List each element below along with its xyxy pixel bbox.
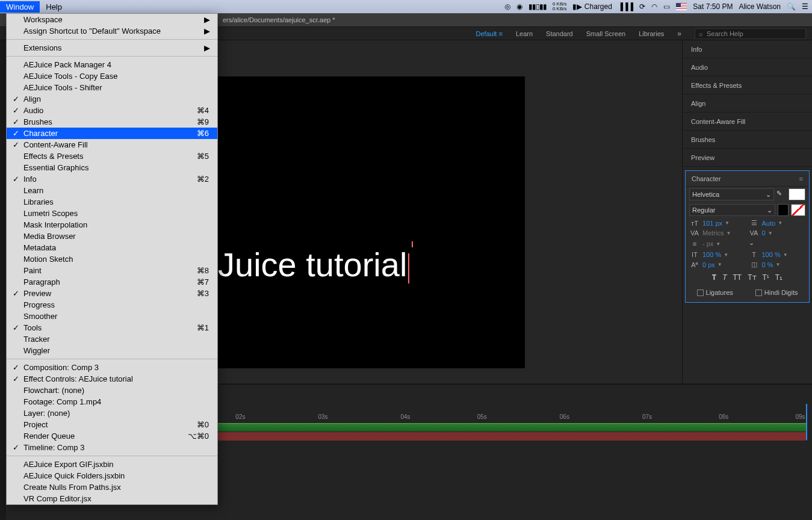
menu-item[interactable]: Metadata <box>7 242 217 253</box>
eyedropper-icon[interactable]: ✎ <box>776 190 786 199</box>
panel-info[interactable]: Info <box>683 40 812 58</box>
menu-item[interactable]: AEJuice Pack Manager 4 <box>7 59 217 70</box>
menu-item[interactable]: AEJuice Quick Folders.jsxbin <box>7 470 217 481</box>
menu-item[interactable]: ✓Tools⌘1 <box>7 322 217 333</box>
menu-item[interactable]: Tracker <box>7 333 217 345</box>
window-menu-dropdown[interactable]: Workspace▶Assign Shortcut to "Default" W… <box>6 13 218 505</box>
menu-item[interactable]: Create Nulls From Paths.jsx <box>7 481 217 493</box>
help-search[interactable]: ⌕ Search Help <box>695 28 806 39</box>
baseline-value[interactable]: 0 px <box>702 261 715 268</box>
leading-value[interactable]: Auto <box>762 220 776 227</box>
workspace-overflow-icon[interactable]: » <box>677 29 681 38</box>
menu-item[interactable]: Libraries <box>7 196 217 208</box>
user-name[interactable]: Alice Watson <box>739 2 781 11</box>
menu-item[interactable]: VR Comp Editor.jsx <box>7 493 217 504</box>
menu-item[interactable]: ✓Content-Aware Fill <box>7 139 217 150</box>
menu-item[interactable]: Footage: Comp 1.mp4 <box>7 396 217 407</box>
panel-effects[interactable]: Effects & Presets <box>683 76 812 94</box>
workspace-smallscreen[interactable]: Small Screen <box>586 30 625 37</box>
menu-item[interactable]: Flowchart: (none) <box>7 385 217 396</box>
kerning-value[interactable]: Metrics <box>702 229 724 237</box>
menu-item[interactable]: ✓Info⌘2 <box>7 173 217 185</box>
list-icon[interactable]: ☰ <box>802 2 808 11</box>
text-layer[interactable]: Juice tutorial <box>218 245 409 284</box>
smallcaps-button[interactable]: Tᴛ <box>748 273 756 282</box>
menu-item[interactable]: Paragraph⌘7 <box>7 276 217 288</box>
menu-item[interactable]: ✓Timeline: Comp 3 <box>7 442 217 453</box>
leading-icon: ☰ <box>749 219 760 227</box>
menu-item[interactable]: Effects & Presets⌘5 <box>7 150 217 162</box>
menu-item[interactable]: Mask Interpolation <box>7 219 217 231</box>
tracking-value[interactable]: 0 <box>762 229 766 237</box>
timeline-ruler[interactable]: 02s 03s 04s 05s 06s 07s 08s 09s <box>218 410 807 424</box>
menu-item[interactable]: Motion Sketch <box>7 253 217 265</box>
menu-window[interactable]: Window <box>0 1 40 13</box>
search-icon: ⌕ <box>699 30 703 37</box>
composition-canvas[interactable]: Juice tutorial <box>218 76 525 368</box>
font-style-select[interactable]: Regular⌄ <box>689 204 775 216</box>
menu-item[interactable]: Essential Graphics <box>7 162 217 173</box>
workspace-libraries[interactable]: Libraries <box>639 30 664 37</box>
font-size-value[interactable]: 101 px <box>702 220 722 227</box>
italic-button[interactable]: T <box>722 273 727 282</box>
menu-item[interactable]: Paint⌘8 <box>7 265 217 276</box>
superscript-button[interactable]: T¹ <box>763 273 769 282</box>
menu-item[interactable]: ✓Align <box>7 93 217 105</box>
workspace-default[interactable]: Default <box>476 30 503 37</box>
stroke-swatch-none[interactable] <box>791 204 805 216</box>
vscale-value[interactable]: 100 % <box>702 251 721 258</box>
menu-item[interactable]: AEJuice Tools - Copy Ease <box>7 70 217 82</box>
menu-item[interactable]: Lumetri Scopes <box>7 208 217 219</box>
panel-menu-icon[interactable]: ≡ <box>799 175 803 182</box>
menu-item[interactable]: Media Browser <box>7 231 217 242</box>
panel-align[interactable]: Align <box>683 94 812 113</box>
tracking-icon: VA <box>749 229 760 237</box>
menu-item[interactable]: ✓Preview⌘3 <box>7 288 217 299</box>
ligatures-checkbox[interactable]: Ligatures <box>697 289 733 296</box>
baseline-icon: Aª <box>689 261 700 268</box>
stroke-swatch-black[interactable] <box>778 204 789 216</box>
menu-help[interactable]: Help <box>40 1 68 13</box>
menu-item[interactable]: Layer: (none) <box>7 407 217 419</box>
menu-item[interactable]: AEJuice Tools - Shifter <box>7 82 217 93</box>
hscale-value[interactable]: 100 % <box>762 251 781 258</box>
allcaps-button[interactable]: TT <box>733 273 742 282</box>
menu-item[interactable]: Wiggler <box>7 345 217 356</box>
menu-item[interactable]: Render Queue⌥⌘0 <box>7 430 217 442</box>
panel-preview[interactable]: Preview <box>683 149 812 167</box>
workspace-standard[interactable]: Standard <box>546 30 573 37</box>
panel-caf[interactable]: Content-Aware Fill <box>683 113 812 131</box>
menu-item[interactable]: Workspace▶ <box>7 14 217 25</box>
menu-item[interactable]: Extensions▶ <box>7 42 217 54</box>
menu-item[interactable]: ✓Composition: Comp 3 <box>7 362 217 373</box>
hindi-checkbox[interactable]: Hindi Digits <box>755 289 798 296</box>
timeline-bar-2[interactable] <box>218 432 807 441</box>
font-family-select[interactable]: Helvetica⌄ <box>689 188 774 200</box>
menu-item[interactable]: ✓Brushes⌘9 <box>7 116 217 128</box>
flag-icon[interactable] <box>676 3 687 10</box>
panel-brushes[interactable]: Brushes <box>683 131 812 149</box>
tsume-value[interactable]: 0 % <box>762 261 773 268</box>
stroke-value[interactable]: - px <box>702 240 713 247</box>
menu-item[interactable]: Learn <box>7 185 217 196</box>
composition-viewer[interactable]: Juice tutorial <box>218 40 682 383</box>
stroke-type-select[interactable]: ⌄ <box>749 239 754 249</box>
subscript-button[interactable]: T₁ <box>775 273 783 282</box>
menu-item[interactable]: Assign Shortcut to "Default" Workspace▶ <box>7 25 217 37</box>
fill-swatch[interactable] <box>789 188 805 200</box>
spotlight-icon[interactable]: 🔍 <box>787 2 796 11</box>
hscale-icon: T <box>749 251 760 258</box>
menu-item[interactable]: Project⌘0 <box>7 419 217 430</box>
menu-item[interactable]: AEJuice Export GIF.jsxbin <box>7 459 217 470</box>
tsume-icon: ◫ <box>749 261 760 268</box>
workspace-learn[interactable]: Learn <box>516 30 533 37</box>
menu-item[interactable]: Progress <box>7 299 217 311</box>
bold-button[interactable]: T <box>712 273 716 282</box>
menu-item[interactable]: ✓Character⌘6 <box>7 128 217 139</box>
menu-item[interactable]: ✓Audio⌘4 <box>7 105 217 116</box>
menu-item[interactable]: ✓Effect Controls: AEJuice tutorial <box>7 373 217 385</box>
timeline-bar-1[interactable] <box>218 423 807 432</box>
menu-item[interactable]: Smoother <box>7 311 217 322</box>
playhead[interactable] <box>806 404 807 440</box>
panel-audio[interactable]: Audio <box>683 58 812 76</box>
